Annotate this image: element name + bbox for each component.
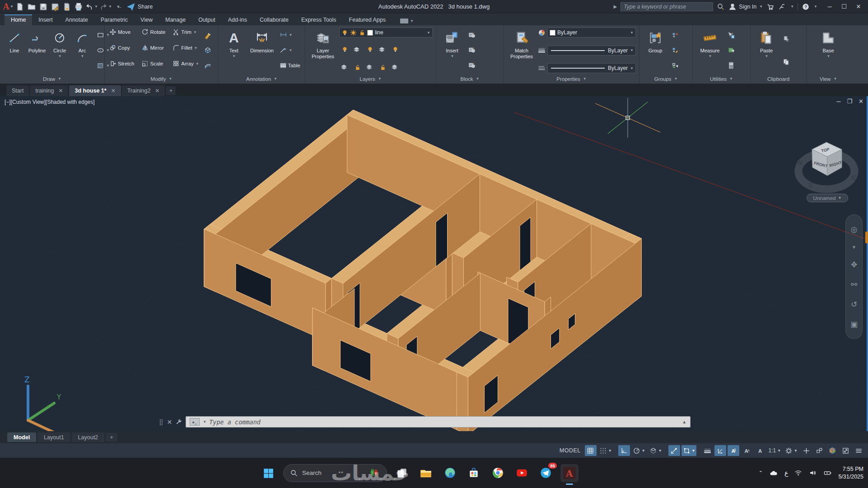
cut-button[interactable] [781, 34, 792, 44]
close-tab-icon[interactable]: ✕ [155, 88, 159, 94]
status-hardware-accel-button[interactable] [826, 445, 838, 456]
fillet-button[interactable]: Fillet▼ [171, 42, 200, 53]
status-ortho-button[interactable] [618, 445, 630, 456]
command-input[interactable]: Type a command [209, 418, 679, 426]
layer-isolate-button[interactable] [352, 45, 363, 55]
array-button[interactable]: Array▼ [171, 58, 200, 69]
layout-tab-layout1[interactable]: Layout1 [37, 432, 70, 442]
close-button[interactable]: ✕ [852, 1, 865, 12]
panel-label-draw[interactable]: Draw▼ [0, 74, 104, 84]
panel-label-utilities[interactable]: Utilities▼ [693, 74, 750, 84]
taskbar-search[interactable]: Search [283, 464, 387, 482]
linear-dim-button[interactable]: ▼ [278, 30, 302, 41]
viewcube-east[interactable]: E [852, 174, 856, 181]
search-icon[interactable] [717, 3, 725, 11]
taskbar-edge-button[interactable] [441, 464, 459, 482]
quick-calc-button[interactable] [726, 45, 737, 55]
taskbar-telegram-button[interactable]: 85 [537, 464, 555, 482]
insert-button[interactable]: Insert ▼ [439, 27, 465, 74]
layer-unisolate-button[interactable] [352, 62, 363, 72]
panel-label-layers[interactable]: Layers▼ [305, 74, 436, 84]
layer-unlock-button[interactable] [377, 62, 388, 72]
save-as-button[interactable] [50, 1, 61, 12]
command-grip-handle[interactable]: ⣿ [159, 418, 164, 425]
ribbon-tab-home[interactable]: Home [5, 14, 32, 25]
panel-label-properties[interactable]: Properties▼ [504, 74, 639, 84]
named-view-dropdown[interactable]: Unnamed▼ [807, 194, 848, 202]
rotate-button[interactable]: Rotate [140, 27, 167, 37]
minimize-button[interactable]: ─ [823, 1, 836, 12]
status-otrack-button[interactable] [668, 445, 680, 456]
trim-button[interactable]: Trim▼ [171, 27, 200, 37]
battery-icon[interactable] [823, 469, 832, 477]
full-navigation-wheel-icon[interactable]: ◎ [851, 225, 858, 234]
ribbon-tab-featured-apps[interactable]: Featured Apps [343, 14, 392, 25]
ribbon-tab-add-ins[interactable]: Add-ins [222, 14, 253, 25]
status-dynamic-ucs-button[interactable] [714, 445, 726, 456]
status-annot-scale-btn-button[interactable]: A [754, 445, 765, 456]
leader-button[interactable]: ▼ [278, 45, 302, 56]
close-tab-icon[interactable]: ✕ [58, 88, 63, 94]
layer-properties-button[interactable]: Layer Properties [308, 27, 337, 74]
zoom-extents-icon[interactable]: ⚯ [851, 280, 857, 289]
line-button[interactable]: Line [3, 27, 26, 74]
close-tab-icon[interactable]: ✕ [111, 88, 116, 94]
group-select-button[interactable] [670, 60, 681, 70]
block-edit-button[interactable] [467, 30, 477, 40]
taskbar-chrome-button[interactable] [489, 464, 507, 482]
status-annot-visibility-button[interactable]: A [728, 445, 739, 456]
new-drawing-tab-button[interactable]: + [166, 86, 176, 95]
status-menu-button[interactable] [853, 445, 864, 456]
linetype-select[interactable]: ByLayer ▼ [547, 63, 636, 73]
paste-button[interactable]: Paste ▼ [754, 27, 779, 74]
status-isolate-button[interactable] [813, 445, 825, 456]
caret-down-icon[interactable]: ▼ [203, 420, 206, 424]
app-logo-button[interactable]: A▼ [3, 1, 14, 12]
ribbon-tab-view[interactable]: View [134, 14, 159, 25]
model-canvas[interactable]: ZYX [0, 96, 868, 431]
ribbon-tab-annotate[interactable]: Annotate [59, 14, 94, 25]
file-tab-3d-house-1-[interactable]: 3d house 1*✕ [69, 85, 121, 96]
layer-thaw-button[interactable] [364, 62, 375, 72]
lineweight-select[interactable]: ByLayer ▼ [547, 46, 636, 56]
explode-button[interactable] [202, 45, 213, 55]
dimension-button[interactable]: Dimension [247, 27, 276, 74]
status-customize-status-button[interactable] [800, 445, 812, 456]
viewcube-west[interactable]: W [797, 159, 803, 166]
taskbar-explorer-button[interactable] [417, 464, 435, 482]
taskbar-start-button[interactable] [259, 464, 277, 482]
layer-select[interactable]: line ▼ [339, 28, 433, 37]
mirror-button[interactable]: Mirror [140, 42, 167, 53]
tray-overflow-icon[interactable]: ⌃ [759, 470, 763, 476]
clock[interactable]: 7:55 PM 5/31/2025 [838, 465, 863, 481]
maximize-button[interactable]: ☐ [837, 1, 851, 12]
redo-button[interactable]: ▼ [99, 1, 112, 12]
taskbar-store-button[interactable] [465, 464, 483, 482]
viewport-controls-label[interactable]: [−][Custom View][Shaded with edges] [5, 99, 95, 105]
help-search-input[interactable]: Type a keyword or phrase [621, 2, 713, 11]
polyline-button[interactable]: Polyline [26, 27, 48, 74]
layer-stack-button[interactable] [390, 45, 401, 55]
language-indicator[interactable]: ع [784, 469, 788, 477]
status-workspace-button[interactable]: ▼ [784, 445, 799, 456]
taskbar-autocad-button[interactable]: A [560, 464, 579, 482]
layout-tab-model[interactable]: Model [7, 432, 36, 442]
file-tab-training[interactable]: training✕ [30, 85, 68, 96]
group-button[interactable]: Group [643, 27, 668, 74]
new-layout-button[interactable]: + [106, 433, 117, 442]
erase-button[interactable] [202, 30, 213, 40]
wifi-icon[interactable] [794, 469, 803, 477]
color-wheel-icon[interactable] [538, 29, 546, 37]
viewport-restore-icon[interactable]: ❐ [847, 98, 852, 105]
layout-tab-layout2[interactable]: Layout2 [72, 432, 104, 442]
lineweight-icon[interactable] [538, 46, 546, 54]
panel-label-clipboard[interactable]: Clipboard [751, 74, 806, 84]
calculator-button[interactable] [726, 60, 737, 70]
layer-lock-button[interactable] [377, 45, 388, 55]
ribbon-tab-collaborate[interactable]: Collaborate [253, 14, 295, 25]
move-button[interactable]: Move [108, 27, 135, 37]
panel-label-view[interactable]: View▼ [807, 74, 850, 84]
onedrive-icon[interactable] [769, 469, 779, 477]
new-file-button[interactable] [14, 1, 25, 12]
help-icon[interactable]: ? [802, 3, 810, 11]
